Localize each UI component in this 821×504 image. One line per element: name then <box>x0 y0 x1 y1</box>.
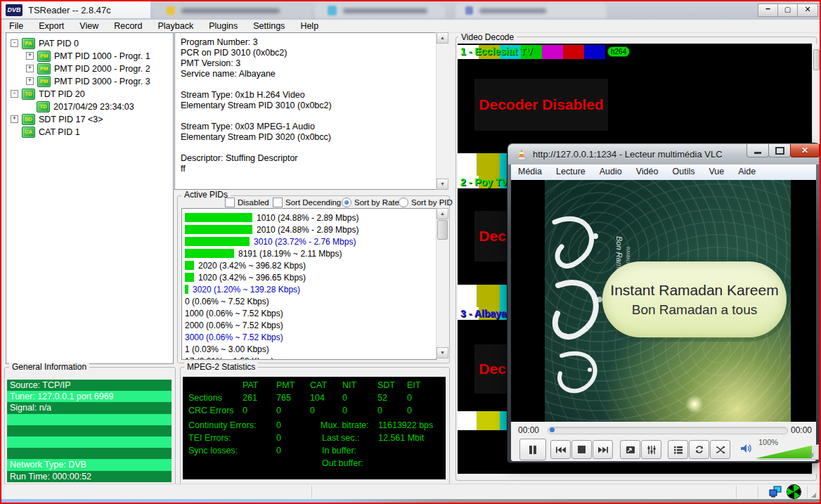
tree-item-pmt3000[interactable]: + PM PMT PID 3000 - Progr. 3 <box>26 75 150 87</box>
vlc-menu-vue[interactable]: Vue <box>702 164 731 180</box>
scroll-down-button[interactable]: ▼ <box>437 347 448 358</box>
close-icon: ✕ <box>801 146 808 155</box>
screen: – ▢ ✕ DVB TSReader -- 2.8.47c File Expor… <box>0 0 821 504</box>
tree-expander[interactable]: - <box>11 90 18 98</box>
stats-value: 0 <box>342 406 347 415</box>
seek-handle[interactable] <box>550 427 555 432</box>
info-row-empty <box>7 414 172 425</box>
vlc-minimize-button[interactable] <box>746 144 769 157</box>
menu-export[interactable]: Export <box>31 20 72 32</box>
pid-row[interactable]: 0 (0.06% ~ 7.52 Kbps) <box>185 295 269 307</box>
stats-value: 0 <box>276 406 281 415</box>
program-info-scrollbar[interactable]: ▲ ▼ <box>436 32 448 190</box>
vlc-close-button[interactable]: ✕ <box>790 144 820 157</box>
menu-help[interactable]: Help <box>292 20 326 32</box>
stats-col-pmt: PMT <box>276 380 295 390</box>
pid-label: 8191 (18.19% ~ 2.11 Mbps) <box>238 249 342 259</box>
vlc-maximize-button[interactable] <box>768 144 791 157</box>
sort-decending-checkbox[interactable] <box>273 198 283 207</box>
scroll-up-button[interactable]: ▲ <box>437 208 448 219</box>
vlc-menu-lecture[interactable]: Lecture <box>549 164 593 180</box>
pid-label: 2020 (3.42% ~ 396.82 Kbps) <box>198 261 306 271</box>
next-button[interactable] <box>593 440 613 459</box>
vlc-menu-media[interactable]: Média <box>511 164 549 180</box>
vlc-menubar: Média Lecture Audio Vidéo Outils Vue Aid… <box>511 164 816 181</box>
tree-expander[interactable]: + <box>26 65 34 72</box>
menu-record[interactable]: Record <box>106 20 150 32</box>
stats-value: 0 <box>276 433 281 443</box>
previous-button[interactable] <box>550 440 571 459</box>
scroll-down-button[interactable]: ▼ <box>437 179 448 190</box>
stop-button[interactable] <box>571 440 592 459</box>
tree-item-tdt-date[interactable]: TD 2017/04/29 23:34:03 <box>37 101 134 112</box>
tree-item-cat[interactable]: CA CAT PID 1 <box>22 126 80 138</box>
decoder-disabled-box: Decoder Disabled <box>474 79 608 131</box>
tree-item-pat[interactable]: - PA PAT PID 0 <box>11 37 79 49</box>
menu-view[interactable]: View <box>72 20 106 32</box>
fullscreen-button[interactable] <box>620 440 640 459</box>
menu-settings[interactable]: Settings <box>245 20 292 32</box>
pid-row[interactable]: 1010 (24.88% - 2.89 Mbps) <box>185 212 358 224</box>
speaker-icon[interactable] <box>740 443 753 454</box>
network-status-icon <box>769 486 782 498</box>
pause-button[interactable] <box>519 439 546 460</box>
tab-favicon <box>167 6 175 15</box>
vlc-menu-aide[interactable]: Aide <box>731 164 763 180</box>
tree-expander[interactable]: + <box>26 77 34 85</box>
bg-maximize-button[interactable]: ▢ <box>777 4 798 17</box>
resize-grip[interactable]: ◢ <box>811 491 818 498</box>
pid-row[interactable]: 1 (0.03% ~ 3.00 Kbps) <box>185 343 269 355</box>
vlc-video-area[interactable]: Bon Ramadan RAMADAN MUBARAK TO ALL Insta… <box>511 180 816 422</box>
pid-row[interactable]: 1020 (3.42% ~ 396.65 Kbps) <box>185 271 306 283</box>
tree-expander[interactable]: + <box>11 115 18 123</box>
bg-minimize-button[interactable]: – <box>758 4 778 17</box>
tree-expander[interactable]: - <box>11 39 18 47</box>
pid-row[interactable]: 2000 (0.06% ~ 7.52 Kbps) <box>185 319 283 331</box>
disabled-checkbox[interactable] <box>225 198 235 207</box>
playlist-button[interactable] <box>668 440 688 459</box>
tab-text-blur <box>181 8 280 13</box>
vlc-seek-row: 00:00 00:00 <box>511 422 816 437</box>
info-row-network: Network Type: DVB <box>7 459 172 470</box>
tree-item-sdt[interactable]: + SD SDT PID 17 <3> <box>11 113 103 125</box>
pid-label: 17 (0.01% ~ 1.53 Kbps) <box>185 356 273 361</box>
menu-plugins[interactable]: Plugins <box>201 20 245 32</box>
loop-button[interactable] <box>689 440 709 459</box>
pid-row[interactable]: 3000 (0.06% ~ 7.52 Kbps) <box>185 331 283 343</box>
vlc-menu-outils[interactable]: Outils <box>665 164 702 180</box>
seek-slider[interactable] <box>548 427 788 434</box>
shuffle-button[interactable] <box>710 440 730 459</box>
tree-item-pmt1000[interactable]: + PM PMT PID 1000 - Progr. 1 <box>26 50 150 62</box>
general-info-label: General Information <box>9 363 89 371</box>
cat-icon: CA <box>22 127 35 138</box>
sort-decending-label: Sort Decending <box>285 198 341 207</box>
scroll-up-button[interactable]: ▲ <box>437 32 448 44</box>
pid-row[interactable]: 3010 (23.72% - 2.76 Mbps) <box>185 235 356 247</box>
pid-row[interactable]: 2010 (24.88% - 2.89 Mbps) <box>185 224 358 235</box>
bg-close-button[interactable]: ✕ <box>797 4 818 17</box>
tree-item-tdt[interactable]: - TD TDT PID 20 <box>11 88 85 100</box>
scroll-thumb[interactable] <box>813 49 820 70</box>
pid-row[interactable]: 2020 (3.42% ~ 396.82 Kbps) <box>185 259 306 271</box>
volume-slider[interactable] <box>756 444 817 458</box>
tree-item-pmt2000[interactable]: + PM PMT PID 2000 - Progr. 2 <box>26 63 150 75</box>
scroll-thumb[interactable] <box>437 220 448 240</box>
pid-row[interactable]: 17 (0.01% ~ 1.53 Kbps) <box>185 355 273 360</box>
pid-row[interactable]: 8191 (18.19% ~ 2.11 Mbps) <box>185 247 342 259</box>
vlc-resize-grip[interactable]: ◢ <box>809 451 813 458</box>
sort-by-pid-radio[interactable] <box>399 198 408 207</box>
menu-file[interactable]: File <box>1 20 31 32</box>
equalizer-button[interactable] <box>641 440 661 459</box>
pid-label: 2000 (0.06% ~ 7.52 Kbps) <box>185 321 283 330</box>
menu-playback[interactable]: Playback <box>150 20 201 32</box>
vlc-window[interactable]: http://127.0.0.1:1234 - Lecteur multiméd… <box>508 143 820 463</box>
tree-expander[interactable]: + <box>26 52 34 60</box>
active-pids-scrollbar[interactable]: ▲ ▼ <box>436 208 448 358</box>
pid-row[interactable]: 1000 (0.06% ~ 7.52 Kbps) <box>185 307 283 319</box>
vlc-menu-audio[interactable]: Audio <box>593 164 629 180</box>
vlc-menu-video[interactable]: Vidéo <box>629 164 666 180</box>
tsreader-titlebar[interactable]: DVB TSReader -- 2.8.47c <box>1 1 150 18</box>
pid-row[interactable]: 3020 (1.20% ~ 139.28 Kbps) <box>185 283 300 295</box>
pid-bar <box>185 213 252 222</box>
sort-by-rate-radio[interactable] <box>342 198 351 207</box>
